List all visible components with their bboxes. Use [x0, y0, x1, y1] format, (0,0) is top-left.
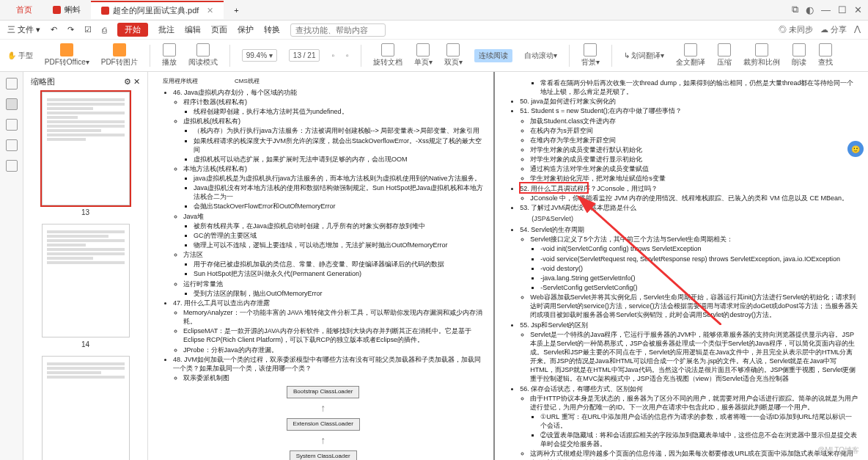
fit-width-icon[interactable]: ▫	[331, 51, 334, 59]
page-13: 应用程序线程CMS线程 46. Java虚拟机内存划分，每个区域的功能 程序计数…	[148, 72, 493, 460]
more-icon[interactable]	[6, 160, 18, 172]
continuous-read[interactable]: 连续阅读	[474, 49, 512, 62]
huayi-translate[interactable]: ↳ 划词翻译▾	[624, 51, 665, 61]
thumb-14[interactable]	[42, 224, 130, 337]
page-14: 常看看在隔两分钟后再次收集一次thread dump，如果得到的输出相同，仍然是…	[495, 72, 868, 460]
menu-bar: 三 文件 ▾ ↶ ↷ ☑ ⎙ 开始 批注 编辑 页面 保护 转换 ◎ 未同步 ☁…	[0, 21, 868, 40]
play-button[interactable]: 播放	[162, 43, 177, 67]
pdf-to-office[interactable]: PDF转Office▾	[45, 43, 89, 67]
print-icon[interactable]: ⎙	[102, 26, 107, 34]
page-indicator[interactable]: 13 / 21	[289, 49, 320, 62]
bookmark-icon[interactable]	[6, 78, 18, 90]
avatar[interactable]: ◐	[806, 4, 814, 15]
double-page[interactable]: 双页▾	[444, 43, 463, 67]
menu-start[interactable]: 开始	[117, 23, 148, 37]
multi-window-icon[interactable]: ⧉	[792, 4, 798, 15]
app-icon	[53, 6, 61, 14]
thumb-13[interactable]	[42, 92, 130, 205]
background[interactable]: 背景▾	[581, 43, 600, 67]
history-icon[interactable]: ↶	[51, 25, 57, 34]
tab-file[interactable]: 超全的阿里面试宝典.pdf✕	[91, 1, 224, 19]
save-icon[interactable]: ☑	[84, 25, 92, 34]
find[interactable]: 查找	[818, 43, 833, 67]
tab-home[interactable]: 首页	[6, 1, 43, 18]
redo-icon[interactable]: ↷	[67, 25, 74, 34]
tab-close-icon[interactable]: ✕	[207, 6, 213, 15]
crop[interactable]: 裁剪和比例	[743, 43, 780, 67]
search-icon	[819, 43, 832, 56]
zoom-level[interactable]: 99.4% ▾	[242, 49, 277, 62]
toolbar: ✋ 手型 PDF转Office▾ PDF转图片 播放 阅读模式 99.4% ▾ …	[0, 40, 868, 72]
thumb-title: 缩略图	[31, 76, 55, 87]
thumb-15[interactable]	[42, 356, 130, 460]
search-input[interactable]	[290, 23, 386, 37]
thumbnail-panel: 缩略图 ⚙ ✕ 13 14	[23, 72, 148, 460]
max-icon[interactable]: ☐	[838, 4, 847, 15]
thumb-label-14: 14	[31, 340, 140, 348]
bg-icon	[584, 43, 597, 56]
assistant-badge[interactable]: 🙂	[847, 141, 864, 157]
image-icon	[113, 43, 126, 56]
document-viewport[interactable]: 🙂 应用程序线程CMS线程 46. Java虚拟机内存划分，每个区域的功能 程序…	[148, 72, 868, 460]
compress-icon	[718, 43, 731, 56]
pdf-to-image[interactable]: PDF转图片	[101, 43, 138, 67]
file-menu[interactable]: 三 文件 ▾	[7, 24, 40, 35]
rotate-icon	[381, 43, 394, 56]
menu-page[interactable]: 页面	[211, 24, 227, 35]
share-button[interactable]: ☁ 分享	[820, 24, 847, 35]
thumb-settings-icon[interactable]: ⚙	[124, 77, 131, 86]
sync-status[interactable]: ◎ 未同步	[779, 24, 813, 35]
compress[interactable]: 压缩	[717, 43, 732, 67]
menu-protect[interactable]: 保护	[238, 24, 254, 35]
comments-icon[interactable]	[6, 119, 18, 131]
read-mode[interactable]: 阅读模式	[188, 43, 218, 67]
crop-icon	[755, 43, 768, 56]
read-aloud[interactable]: 朗读	[792, 43, 806, 67]
menu-convert[interactable]: 转换	[264, 24, 280, 35]
translate-icon	[684, 43, 697, 56]
min-icon[interactable]: —	[821, 4, 831, 15]
thumb-close-icon[interactable]: ✕	[133, 77, 140, 86]
menu-edit[interactable]: 编辑	[185, 24, 201, 35]
book-icon	[196, 43, 210, 56]
convert-icon	[60, 43, 73, 56]
singlepage-icon	[416, 43, 430, 56]
menu-comment[interactable]: 批注	[158, 24, 174, 35]
doublepage-icon	[446, 43, 460, 56]
close-icon[interactable]: ✕	[854, 4, 862, 15]
jsp-servlet-heading: (JSP&Servlet)	[532, 214, 858, 223]
tab-bar: 首页 蝌蚪 超全的阿里面试宝典.pdf✕ +	[0, 0, 868, 21]
attach-icon[interactable]	[6, 139, 18, 151]
annotation-box	[519, 182, 589, 194]
pdf-icon	[101, 7, 109, 15]
thumbs-icon[interactable]	[6, 98, 18, 110]
rotate-button[interactable]: 旋转文档	[373, 43, 402, 67]
tab-add[interactable]: +	[224, 3, 249, 18]
audio-icon	[792, 43, 806, 56]
thumb-label-13: 13	[31, 208, 140, 216]
tab-kedou[interactable]: 蝌蚪	[43, 1, 91, 18]
single-page[interactable]: 单页▾	[414, 43, 433, 67]
auto-scroll[interactable]: 自动滚动▾	[524, 51, 557, 61]
side-rail	[0, 72, 23, 460]
watermark: @MLTO博客	[817, 445, 859, 456]
hand-tool[interactable]: ✋ 手型	[7, 51, 33, 61]
play-icon	[163, 43, 176, 56]
fit-page-icon[interactable]: ▫	[346, 51, 349, 59]
full-read[interactable]: 全文翻译	[676, 43, 705, 67]
caret-icon[interactable]: ⋀	[854, 24, 861, 35]
